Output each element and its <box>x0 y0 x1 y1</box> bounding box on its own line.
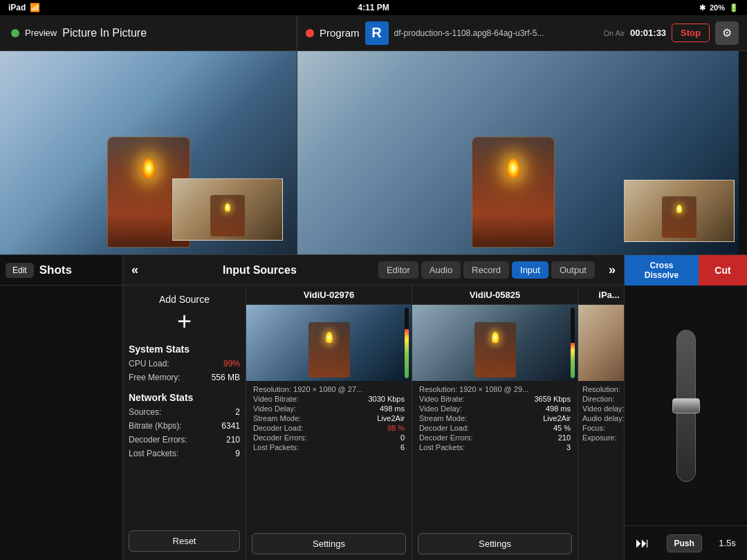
ipad-dir-row: Direction: <box>582 395 624 403</box>
decoder-load-row-vidu1: Decoder Load: 98 % <box>253 424 405 432</box>
add-source-label: Add Source <box>159 294 210 305</box>
network-stats-title: Network Stats <box>129 392 240 403</box>
tab-output[interactable]: Output <box>551 261 595 279</box>
decoder-err-row-vidu2: Decoder Errors: 210 <box>419 433 571 442</box>
bottom-section: Edit Shots « Input Sources Editor Audio … <box>0 255 747 560</box>
video-delay-row-vidu1: Video Delay: 498 ms <box>253 404 405 413</box>
transition-slider-track[interactable] <box>676 330 696 482</box>
level-bar-vidu2 <box>571 308 575 378</box>
device-label: iPad <box>8 3 26 12</box>
settings-button[interactable]: ⚙ <box>715 21 739 45</box>
duration-label: 1.5s <box>719 538 736 548</box>
ipad-vdelay-row: Video delay: <box>582 404 624 413</box>
stop-button[interactable]: Stop <box>672 24 710 42</box>
wifi-icon: 📶 <box>30 3 40 12</box>
cpu-label: CPU Load: <box>129 359 169 368</box>
sources-label: Sources: <box>129 407 161 417</box>
skip-button[interactable]: ⏭ <box>636 535 649 551</box>
source-preview-vidu2 <box>412 305 578 381</box>
cut-button[interactable]: Cut <box>699 255 747 286</box>
mem-stat-row: Free Memory: 556 MB <box>129 373 240 382</box>
shots-header: Edit Shots <box>0 255 122 286</box>
push-button[interactable]: Push <box>667 534 702 552</box>
preview-dot <box>11 29 19 37</box>
top-bar: Preview Picture In Picture Program R df-… <box>0 15 747 51</box>
ipad-exposure-row: Exposure: <box>582 433 624 442</box>
nav-left-button[interactable]: « <box>123 255 147 285</box>
decoder-err-value: 210 <box>226 435 240 445</box>
video-delay-row-vidu2: Video Delay: 498 ms <box>419 404 571 413</box>
tab-record[interactable]: Record <box>463 261 509 279</box>
source-title-vidu2: VidiU-05825 <box>412 286 578 305</box>
reset-button[interactable]: Reset <box>129 530 240 552</box>
shots-panel: Edit Shots <box>0 255 123 560</box>
r-logo: R <box>365 21 389 45</box>
ipad-adelay-row: Audio delay: <box>582 414 624 422</box>
add-source-panel: Add Source + System Stats CPU Load: 99% … <box>123 286 246 560</box>
transition-buttons: CrossDissolve Cut <box>625 255 747 286</box>
bluetooth-icon: ✱ <box>699 3 706 12</box>
bitrate-label: Bitrate (Kbps): <box>129 421 182 431</box>
video-bitrate-row-vidu1: Video Bitrate: 3030 Kbps <box>253 395 405 403</box>
cross-dissolve-button[interactable]: CrossDissolve <box>625 255 699 286</box>
cpu-value: 99% <box>223 359 240 368</box>
decoder-err-label: Decoder Errors: <box>129 435 187 445</box>
program-dot <box>306 29 314 37</box>
decoder-err-row-vidu1: Decoder Errors: 0 <box>253 433 405 442</box>
bitrate-stat-row: Bitrate (Kbps): 6341 <box>129 421 240 431</box>
ipad-preview <box>578 305 624 381</box>
ipad-source-title: iPa... <box>578 286 624 305</box>
preview-area <box>0 51 747 255</box>
settings-button-vidu2[interactable]: Settings <box>418 533 572 554</box>
ipad-stats: Resolution: Direction: Video delay: Audi… <box>578 381 624 447</box>
source-stats-vidu1: Resolution: 1920 × 1080 @ 27... Video Bi… <box>246 381 412 533</box>
on-air-badge: On Air <box>603 29 625 37</box>
source-card-vidu2: VidiU-05825 Resolution: 1920 × 1080 @ 29… <box>412 286 578 560</box>
system-stats-title: System Stats <box>129 344 240 355</box>
lost-pkts-row-vidu1: Lost Packets: 6 <box>253 443 405 451</box>
edit-button[interactable]: Edit <box>6 263 34 278</box>
nav-right-button[interactable]: » <box>600 255 624 285</box>
source-preview-vidu1 <box>246 305 412 381</box>
lost-pkts-row-vidu2: Lost Packets: 3 <box>419 443 571 451</box>
settings-button-vidu1[interactable]: Settings <box>252 533 406 554</box>
source-stats-vidu2: Resolution: 1920 × 1080 @ 29... Video Bi… <box>412 381 578 533</box>
toolbar-title: Input Sources <box>147 264 373 277</box>
add-source-button[interactable]: + <box>177 309 192 334</box>
preview-section: Preview Picture In Picture <box>0 15 297 50</box>
resolution-row-vidu2: Resolution: 1920 × 1080 @ 29... <box>419 385 571 393</box>
video-bitrate-row-vidu2: Video Bitrate: 3659 Kbps <box>419 395 571 403</box>
program-video <box>297 51 747 254</box>
bottom-controls: ⏭ Push 1.5s <box>625 525 747 560</box>
ipad-focus-row: Focus: <box>582 424 624 432</box>
program-label: Program <box>320 27 360 39</box>
shots-title: Shots <box>39 263 72 277</box>
battery-percent: 20% <box>710 3 725 12</box>
lost-pkts-stat-row: Lost Packets: 9 <box>129 449 240 458</box>
source-title-vidu1: VidiU-02976 <box>246 286 412 305</box>
stream-mode-row-vidu2: Stream Mode: Live2Air <box>419 414 571 422</box>
tab-buttons: Editor Audio Record Input Output <box>373 261 600 279</box>
sources-stat-row: Sources: 2 <box>129 407 240 417</box>
source-card-vidu1: VidiU-02976 Resolution: 1920 × 1080 @ 27… <box>246 286 412 560</box>
resolution-row-vidu1: Resolution: 1920 × 1080 @ 27... <box>253 385 405 393</box>
sources-content: Add Source + System Stats CPU Load: 99% … <box>123 286 624 560</box>
pip-overlay <box>172 178 283 241</box>
time-display: 4:11 PM <box>358 3 389 12</box>
slider-section <box>625 286 747 525</box>
decoder-err-stat-row: Decoder Errors: 210 <box>129 435 240 445</box>
program-section: Program R df-production-s-1108.apg8-64ag… <box>297 15 747 50</box>
transition-slider-thumb[interactable] <box>672 398 700 413</box>
preview-label: Preview <box>25 28 57 38</box>
sources-value: 2 <box>235 407 240 417</box>
status-bar: iPad 📶 4:11 PM ✱ 20% 🔋 <box>0 0 747 15</box>
preview-title: Picture In Picture <box>62 27 147 39</box>
lost-pkts-value: 9 <box>235 449 240 458</box>
mem-label: Free Memory: <box>129 373 181 382</box>
ipad-res-row: Resolution: <box>582 385 624 393</box>
tab-audio[interactable]: Audio <box>421 261 461 279</box>
tab-editor[interactable]: Editor <box>378 261 418 279</box>
tab-input[interactable]: Input <box>512 261 548 279</box>
ipad-source-panel: iPa... Resolution: Direction: Video dela… <box>578 286 624 560</box>
timer-display: 00:01:33 <box>630 28 666 38</box>
